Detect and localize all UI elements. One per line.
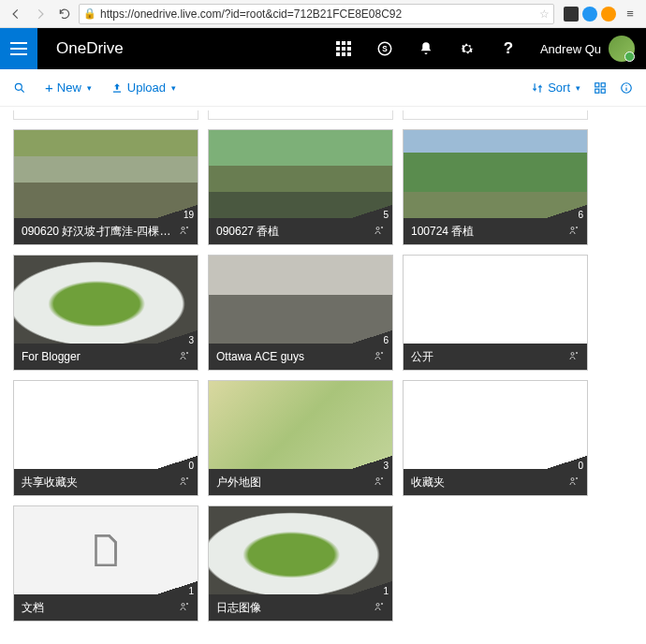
app-launcher-button[interactable]	[323, 28, 364, 69]
notifications-button[interactable]	[405, 28, 447, 69]
reload-button[interactable]	[54, 4, 75, 24]
browser-menu-icon[interactable]: ≡	[620, 4, 640, 24]
command-bar: + New ▾ Upload ▾ Sort ▾	[0, 69, 646, 107]
user-area[interactable]: Andrew Qu	[529, 36, 646, 62]
sort-button[interactable]: Sort ▾	[531, 80, 580, 95]
browser-chrome: 🔒 https://onedrive.live.com/?id=root&cid…	[0, 0, 646, 28]
skype-icon: S	[376, 40, 393, 57]
menu-toggle-button[interactable]	[0, 28, 37, 69]
tile-label-bar: 户外地图	[209, 469, 392, 495]
url-bar[interactable]: 🔒 https://onedrive.live.com/?id=root&cid…	[79, 4, 554, 24]
info-button[interactable]	[620, 81, 633, 95]
item-count: 0	[578, 461, 583, 471]
item-count: 5	[383, 210, 389, 220]
search-icon	[13, 81, 26, 95]
folder-tile[interactable]: 6100724 香植	[403, 129, 588, 245]
item-count-badge: 0	[156, 456, 198, 469]
folder-name: 户外地图	[216, 475, 261, 490]
tile-label-bar: 090620 好汉坡-打鹰洼-四棵树-...	[14, 218, 198, 244]
folder-tile[interactable]: 5090627 香植	[208, 129, 393, 245]
svg-point-15	[376, 353, 379, 356]
help-button[interactable]: ?	[488, 28, 529, 69]
item-count-badge: 3	[156, 330, 198, 344]
folder-tile[interactable]: 6Ottawa ACE guys	[208, 255, 393, 371]
folder-tile[interactable]: 3For Blogger	[13, 255, 198, 371]
folder-tile[interactable]: 1文档	[13, 505, 198, 622]
tile-label-bar: 公开	[404, 344, 587, 370]
svg-rect-4	[595, 82, 599, 86]
svg-point-10	[625, 84, 626, 85]
partial-tile[interactable]	[403, 110, 588, 120]
tile-row: 19090620 好汉坡-打鹰洼-四棵树-...5090627 香植610072…	[13, 129, 633, 245]
svg-point-14	[182, 353, 184, 356]
url-text: https://onedrive.live.com/?id=root&cid=7…	[100, 7, 402, 21]
settings-button[interactable]	[447, 28, 488, 69]
view-button[interactable]	[594, 81, 607, 95]
tile-label-bar: For Blogger	[14, 344, 198, 370]
partial-tile[interactable]	[208, 110, 393, 120]
item-count-badge: 6	[546, 205, 587, 218]
share-icon	[179, 476, 190, 489]
folder-name: 090620 好汉坡-打鹰洼-四棵树-...	[22, 224, 179, 240]
folder-tile[interactable]: 0收藏夹	[403, 380, 588, 496]
svg-point-17	[182, 478, 184, 481]
svg-point-13	[571, 227, 574, 230]
ext-icon-1[interactable]	[564, 7, 579, 22]
upload-icon	[110, 81, 124, 95]
svg-point-20	[182, 604, 184, 607]
folder-tile[interactable]: 0共享收藏夹	[13, 380, 198, 496]
svg-rect-6	[595, 89, 599, 93]
folder-name: 收藏夹	[411, 475, 445, 490]
ext-icon-2[interactable]	[582, 7, 597, 22]
search-button[interactable]	[13, 81, 26, 95]
folder-tile[interactable]: 19090620 好汉坡-打鹰洼-四棵树-...	[13, 129, 198, 245]
tile-row: 3For Blogger6Ottawa ACE guys公开	[13, 255, 633, 371]
app-title: OneDrive	[56, 39, 323, 58]
share-icon	[568, 225, 580, 238]
svg-rect-5	[601, 82, 605, 86]
item-count: 3	[383, 461, 389, 471]
folder-name: Ottawa ACE guys	[216, 350, 304, 363]
folder-tile[interactable]: 公开	[403, 255, 588, 371]
svg-text:S: S	[382, 45, 388, 53]
upload-label: Upload	[127, 80, 166, 95]
item-count: 6	[578, 210, 583, 220]
item-count: 0	[188, 461, 194, 471]
bookmark-star-icon[interactable]: ☆	[539, 7, 550, 21]
share-icon	[374, 476, 385, 489]
tile-row: 0共享收藏夹3户外地图0收藏夹	[13, 380, 633, 496]
svg-point-21	[376, 604, 379, 607]
tile-row: 1文档1日志图像	[13, 505, 633, 622]
item-count: 1	[188, 586, 194, 596]
back-button[interactable]	[6, 4, 26, 24]
folder-tile[interactable]: 1日志图像	[208, 505, 393, 622]
chevron-down-icon: ▾	[171, 83, 176, 93]
ext-icon-3[interactable]	[601, 7, 616, 22]
chevron-down-icon: ▾	[87, 83, 92, 93]
folder-tile[interactable]: 3户外地图	[208, 380, 393, 496]
tile-label-bar: 日志图像	[209, 594, 392, 621]
tile-label-bar: 090627 香植	[209, 218, 392, 244]
folder-name: 100724 香植	[411, 224, 474, 240]
item-count-badge: 3	[351, 456, 392, 469]
share-icon	[179, 350, 190, 363]
share-icon	[568, 350, 580, 363]
share-icon	[374, 601, 385, 614]
upload-button[interactable]: Upload ▾	[110, 80, 176, 95]
avatar	[609, 36, 635, 62]
item-count-badge: 19	[156, 205, 198, 218]
folder-name: For Blogger	[22, 350, 81, 363]
share-icon	[568, 476, 580, 489]
svg-rect-7	[601, 89, 605, 93]
skype-button[interactable]: S	[364, 28, 405, 69]
item-count: 6	[383, 335, 389, 345]
item-count-badge: 5	[351, 205, 392, 218]
svg-point-16	[571, 353, 574, 356]
partial-tile[interactable]	[13, 110, 198, 120]
item-count: 19	[184, 210, 194, 220]
new-button[interactable]: + New ▾	[45, 80, 92, 95]
svg-point-2	[15, 83, 22, 90]
grid-view-icon	[594, 81, 607, 95]
forward-button[interactable]	[30, 4, 51, 24]
item-count-badge: 1	[351, 581, 392, 594]
